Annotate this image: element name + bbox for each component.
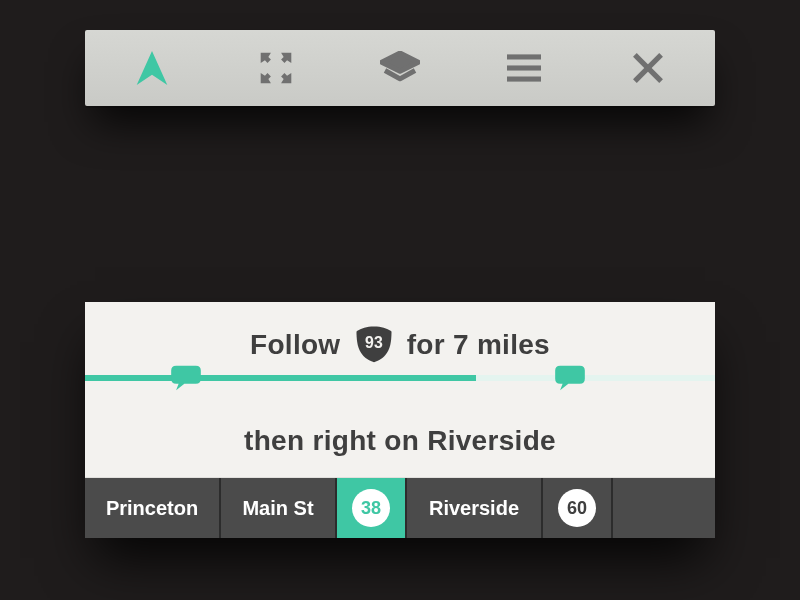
menu-button[interactable]	[501, 45, 547, 91]
route-shield-segment[interactable]: 60	[543, 478, 613, 538]
layers-button[interactable]	[377, 45, 423, 91]
route-shield-number: 60	[567, 498, 587, 519]
close-button[interactable]	[625, 45, 671, 91]
route-shield-badge: 60	[558, 489, 596, 527]
route-segment[interactable]: Main St	[221, 478, 337, 538]
menu-icon	[507, 54, 541, 82]
route-strip: Princeton Main St 38 Riverside 60	[85, 478, 715, 538]
route-shield-segment[interactable]: 38	[337, 478, 407, 538]
route-segment-label: Princeton	[106, 497, 198, 520]
route-shield-number: 38	[361, 498, 381, 519]
svg-rect-1	[507, 65, 541, 70]
route-progress	[85, 375, 715, 381]
instruction-prefix: Follow	[250, 329, 340, 360]
waypoint-bubble[interactable]	[169, 364, 203, 392]
toolbar	[85, 30, 715, 106]
instruction-card: Follow 93 for 7 miles	[85, 302, 715, 538]
route-segment-label: Riverside	[429, 497, 519, 520]
speech-bubble-icon	[553, 364, 587, 392]
route-segment[interactable]: Riverside	[407, 478, 543, 538]
highway-shield-icon: 93	[353, 324, 395, 372]
instruction-panel: Follow 93 for 7 miles	[85, 302, 715, 478]
route-segment-label: Main St	[242, 497, 313, 520]
nav-arrow-button[interactable]	[129, 45, 175, 91]
progress-fill	[85, 375, 476, 381]
speech-bubble-icon	[169, 364, 203, 392]
svg-rect-0	[507, 54, 541, 59]
close-icon	[633, 53, 663, 83]
svg-rect-2	[507, 77, 541, 82]
expand-icon	[259, 51, 293, 85]
layers-icon	[380, 51, 420, 85]
instruction-suffix: for 7 miles	[407, 329, 550, 360]
route-strip-spacer	[613, 478, 715, 538]
route-shield-badge: 38	[352, 489, 390, 527]
instruction-line-2: then right on Riverside	[109, 424, 691, 458]
highway-number: 93	[364, 334, 382, 351]
navigation-arrow-icon	[135, 49, 169, 87]
route-segment[interactable]: Princeton	[85, 478, 221, 538]
waypoint-bubble[interactable]	[553, 364, 587, 392]
expand-button[interactable]	[253, 45, 299, 91]
